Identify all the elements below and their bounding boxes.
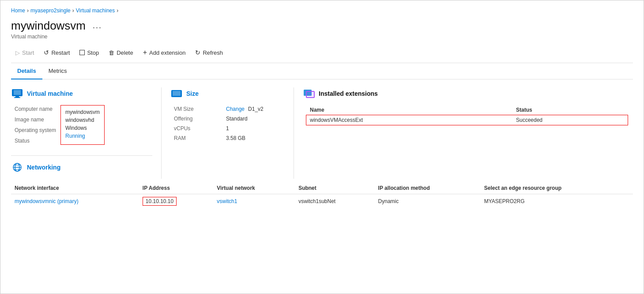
networking-section-header: Networking	[11, 161, 152, 173]
ip-box: 10.10.10.10	[143, 197, 177, 206]
networking-icon	[11, 161, 23, 173]
ext-row: windowsVMAccessExt Succeeded	[306, 115, 628, 125]
net-interface-value: mywindowsvmnic (primary)	[11, 194, 139, 209]
os-value: Windows	[65, 124, 100, 132]
delete-button[interactable]: 🗑 Delete	[104, 47, 138, 59]
refresh-button[interactable]: ↻ Refresh	[191, 46, 227, 59]
svg-rect-2	[15, 96, 19, 97]
os-label: Operating system	[15, 126, 56, 134]
svg-rect-11	[175, 96, 178, 97]
tab-details[interactable]: Details	[11, 63, 42, 79]
svg-rect-1	[14, 90, 21, 95]
extensions-table: Name Status windowsVMAccessExt Succeeded	[306, 105, 628, 125]
vm-section-header: Virtual machine	[11, 87, 152, 100]
offering-value: Standard	[226, 115, 248, 123]
extensions-section: Installed extensions Name Status windows…	[294, 87, 633, 179]
net-col-vnet: Virtual network	[213, 182, 295, 194]
delete-icon: 🗑	[109, 49, 114, 56]
tabs: Details Metrics	[11, 63, 633, 79]
svg-rect-10	[173, 91, 181, 96]
ram-label: RAM	[174, 134, 222, 142]
vcpus-label: vCPUs	[174, 124, 222, 132]
start-button[interactable]: ▷ Start	[11, 47, 38, 59]
breadcrumb-vms[interactable]: Virtual machines	[76, 8, 115, 14]
status-label: Status	[15, 137, 56, 145]
net-rg-value: MYASEPRO2RG	[481, 194, 633, 209]
stop-button[interactable]: Stop	[75, 47, 103, 59]
tab-metrics[interactable]: Metrics	[42, 63, 73, 79]
image-name-value: windowsvhd	[65, 116, 100, 124]
network-table-area: Network interface IP Address Virtual net…	[11, 182, 633, 208]
vm-values-box: mywindowsvm windowsvhd Windows Running	[60, 105, 105, 145]
extensions-section-header: Installed extensions	[303, 87, 624, 100]
svg-rect-14	[306, 91, 314, 98]
vcpus-value: 1	[226, 124, 229, 132]
ext-status-value: Succeeded	[512, 115, 628, 125]
vm-size-value: D1_v2	[248, 105, 264, 113]
svg-rect-3	[14, 97, 20, 98]
net-col-allocation: IP allocation method	[375, 182, 481, 194]
network-table: Network interface IP Address Virtual net…	[11, 182, 633, 208]
status-value: Running	[65, 132, 100, 140]
networking-section: Networking	[11, 155, 152, 173]
net-col-ip: IP Address	[139, 182, 213, 194]
net-subnet-value: vswitch1subNet	[295, 194, 374, 209]
network-row: mywindowsvmnic (primary) 10.10.10.10 vsw…	[11, 194, 633, 209]
net-col-interface: Network interface	[11, 182, 139, 194]
refresh-icon: ↻	[195, 49, 200, 56]
image-name-label: Image name	[15, 116, 56, 124]
breadcrumb-resource[interactable]: myasepro2single	[30, 8, 71, 14]
net-vnet-value: vswitch1	[213, 194, 295, 209]
vm-size-label: VM Size	[174, 105, 222, 113]
computer-name-label: Computer name	[15, 105, 56, 113]
vm-section: Virtual machine Computer name Image name…	[11, 87, 161, 179]
restart-icon: ↺	[44, 49, 49, 56]
net-allocation-value: Dynamic	[375, 194, 481, 209]
ellipsis-button[interactable]: ...	[90, 20, 105, 31]
restart-button[interactable]: ↺ Restart	[39, 46, 74, 59]
toolbar: ▷ Start ↺ Restart Stop 🗑 Delete + Add ex…	[11, 46, 633, 63]
extensions-section-title: Installed extensions	[319, 90, 378, 97]
breadcrumb: Home › myasepro2single › Virtual machine…	[11, 8, 633, 14]
vm-section-title: Virtual machine	[27, 90, 73, 97]
size-icon	[170, 87, 183, 100]
extensions-icon	[303, 87, 315, 100]
computer-name-value: mywindowsvm	[65, 108, 100, 116]
stop-icon	[79, 50, 85, 55]
ram-value: 3.58 GB	[226, 134, 245, 142]
size-section: Size VM Size Change D1_v2 Offering Stand…	[161, 87, 294, 179]
add-extension-button[interactable]: + Add extension	[139, 46, 190, 59]
ext-col-status: Status	[512, 105, 628, 115]
vm-icon	[11, 87, 23, 100]
start-icon: ▷	[15, 49, 20, 56]
ext-name-value: windowsVMAccessExt	[306, 115, 512, 125]
breadcrumb-home[interactable]: Home	[11, 8, 25, 14]
page-wrapper: Home › myasepro2single › Virtual machine…	[0, 0, 644, 294]
add-extension-icon: +	[143, 49, 147, 57]
size-section-title: Size	[186, 90, 199, 97]
net-col-subnet: Subnet	[295, 182, 374, 194]
net-col-rg: Select an edge resource group	[481, 182, 633, 194]
page-title: mywindowsvm	[11, 19, 86, 33]
content-area: Virtual machine Computer name Image name…	[11, 87, 633, 179]
page-subtitle: Virtual machine	[11, 34, 633, 40]
networking-title: Networking	[27, 164, 60, 171]
net-ip-value: 10.10.10.10	[139, 194, 213, 209]
vm-size-change-link[interactable]: Change	[226, 106, 245, 112]
size-section-header: Size	[170, 87, 285, 100]
offering-label: Offering	[174, 115, 222, 123]
ext-col-name: Name	[306, 105, 512, 115]
